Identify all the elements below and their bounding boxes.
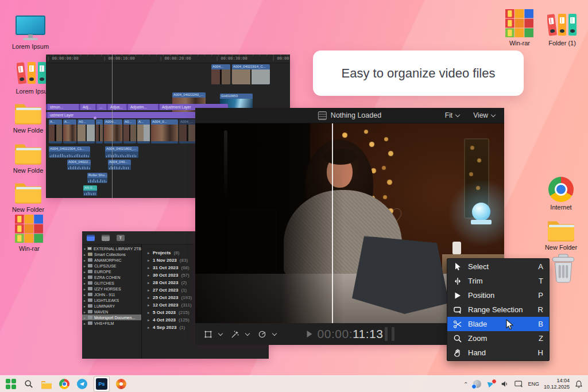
taskbar-search[interactable] [22, 378, 35, 390]
menu-item-trim[interactable]: Trim T [447, 274, 549, 288]
disclosure-arrow[interactable]: ▸ [84, 287, 88, 291]
menu-item-select[interactable]: Select A [447, 259, 549, 274]
menu-item-range-selection[interactable]: Range Selection R [447, 302, 549, 317]
playhead[interactable] [112, 55, 113, 198]
desktop-icon-new-folder-2[interactable]: New Folde [9, 137, 47, 174]
disclosure-arrow[interactable]: ▸ [84, 275, 88, 280]
disclosure-arrow[interactable]: ▸ [84, 264, 88, 268]
play-icon[interactable] [307, 331, 312, 337]
disclosure-arrow[interactable]: ▸ [148, 251, 153, 255]
library-item[interactable]: ▾ EXTERNAL LIBRARY 2TB [82, 246, 141, 251]
start-button[interactable] [5, 378, 17, 390]
timeline-clip[interactable]: A004_040... [108, 160, 131, 170]
adjustment-layer-clip[interactable]: stmon... [46, 104, 82, 110]
timeline-clip[interactable]: ... [96, 119, 103, 143]
language-indicator[interactable]: ENG [528, 381, 539, 387]
timeline-clip[interactable]: Roller Shu... [87, 173, 107, 183]
disclosure-arrow[interactable]: ▸ [148, 288, 153, 293]
fit-dropdown[interactable]: Fit [445, 111, 459, 119]
timeline-ruler[interactable]: 00:00:00:0000:00:10:0000:00:20:0000:00:3… [46, 55, 290, 63]
transform-tool[interactable] [203, 329, 222, 339]
timeline-clip[interactable]: AN 0... [83, 185, 97, 196]
library-item[interactable]: ▸ EUROPE [82, 269, 141, 274]
desktop-icon-new-folder-1[interactable]: New Folde [9, 96, 47, 134]
tray-expand-chevron[interactable]: ⌃ [463, 381, 468, 387]
enhance-tool[interactable] [230, 329, 249, 339]
tray-sync-icon[interactable] [473, 379, 482, 389]
titles-icon[interactable]: T [117, 235, 125, 241]
disclosure-arrow[interactable]: ▸ [148, 303, 153, 308]
disclosure-arrow[interactable]: ▸ [148, 311, 153, 315]
photos-icon[interactable] [102, 235, 110, 241]
taskbar-red-app[interactable] [115, 378, 127, 390]
library-item[interactable]: ▸ MAVEN [82, 309, 141, 315]
library-item[interactable]: ▸ IZZY HORSES [82, 286, 141, 292]
desktop-icon-lorem-ipsu[interactable]: Lorem Ipsu [13, 57, 51, 95]
desktop-icon-folder-1[interactable]: Folder (1) [543, 9, 581, 46]
desktop-icon-winrar[interactable]: Win-rar [10, 215, 48, 252]
disclosure-arrow[interactable]: ▸ [84, 281, 88, 285]
timeline-clip[interactable]: A004_04022304_C1... [49, 146, 90, 158]
taskbar-file-explorer[interactable] [40, 378, 53, 390]
timeline-clip[interactable]: A0... [78, 119, 95, 143]
timeline-clip[interactable]: A004_... [179, 119, 196, 143]
touch-display-icon[interactable] [514, 379, 523, 389]
disclosure-arrow[interactable]: ▸ [84, 293, 88, 297]
desktop-icon-lorem-ipsum[interactable]: Lorem Ipsum [11, 13, 49, 50]
disclosure-arrow[interactable]: ▸ [148, 258, 153, 263]
disclosure-arrow[interactable]: ▸ [84, 258, 88, 262]
library-item[interactable]: ▸ ANAMORPHIC [82, 257, 141, 263]
desktop-icon-winrar-top[interactable]: Win-rar [501, 9, 539, 46]
disclosure-arrow[interactable]: ▸ [148, 281, 153, 285]
desktop-icon-new-folder-right[interactable]: New Folder [542, 214, 580, 251]
library-item[interactable]: ▸ CLIPS2USE [82, 263, 141, 269]
disclosure-arrow[interactable]: ▸ [84, 304, 88, 308]
adjustment-layer-clip[interactable]: Adjustm... [126, 104, 161, 110]
timeline-clip[interactable]: A004... [211, 64, 230, 84]
taskbar-photoshop[interactable]: Ps [94, 376, 110, 392]
timeline-clip[interactable]: A004_04021914_C... [232, 64, 270, 84]
library-item[interactable]: ▸ GLITCHES [82, 280, 141, 286]
timeline-clip[interactable]: A004_0... [151, 119, 178, 143]
library-item[interactable]: ▸ LIGHTLEAKS [82, 297, 141, 303]
timeline-clip[interactable]: A... [63, 119, 76, 143]
disclosure-arrow[interactable]: ▸ [84, 270, 88, 274]
taskbar-chrome[interactable] [58, 378, 71, 390]
library-item[interactable]: ▸ JOHN - 911 [82, 292, 141, 297]
retime-tool[interactable] [257, 329, 276, 339]
disclosure-arrow[interactable]: ▸ [84, 253, 88, 257]
timeline-clip[interactable]: A004_04022... [67, 160, 91, 170]
notifications-bell[interactable] [574, 379, 583, 389]
timeline-clip[interactable]: A... [137, 119, 150, 143]
tray-telegram-icon[interactable] [486, 379, 496, 389]
timeline-clip[interactable]: A004... [104, 119, 122, 143]
timecode-display[interactable]: 00:00:11:13 [307, 323, 384, 345]
taskbar-clock[interactable]: 14:04 10.12.2025 [544, 378, 570, 390]
clapperboard-icon[interactable] [87, 235, 95, 241]
adjustment-layer-clip[interactable]: Adjus... [106, 104, 129, 110]
view-dropdown[interactable]: View [473, 111, 495, 119]
disclosure-arrow[interactable]: ▸ [84, 316, 88, 320]
disclosure-arrow[interactable]: ▸ [84, 298, 88, 302]
disclosure-arrow[interactable]: ▾ [84, 247, 87, 251]
timeline-clip[interactable]: A... [49, 119, 62, 143]
disclosure-arrow[interactable]: ▸ [148, 266, 153, 270]
recycle-bin-icon[interactable] [544, 255, 582, 284]
pause-bars-icon[interactable] [385, 327, 394, 341]
disclosure-arrow[interactable]: ▸ [148, 318, 153, 323]
compare-divider-line[interactable] [332, 123, 333, 323]
timeline-clip[interactable]: A0... [123, 119, 136, 143]
disclosure-arrow[interactable]: ▸ [148, 273, 153, 278]
disclosure-arrow[interactable]: ▸ [84, 321, 88, 325]
menu-item-zoom[interactable]: Zoom Z [447, 331, 549, 346]
taskbar-telegram[interactable] [76, 378, 88, 390]
menu-item-blade[interactable]: Blade B [447, 317, 549, 331]
library-item[interactable]: ▸ Motorsport Documen... [82, 315, 141, 320]
library-item[interactable]: ▸ VHS+FILM [82, 320, 141, 326]
library-item[interactable]: ▸ Smart Collections [82, 251, 141, 257]
desktop-icon-internet[interactable]: Internet [542, 173, 580, 211]
timeline-clip[interactable]: A004_04021802_... [105, 146, 138, 158]
disclosure-arrow[interactable]: ▸ [148, 325, 153, 330]
disclosure-arrow[interactable]: ▸ [84, 310, 88, 314]
menu-item-position[interactable]: Position P [447, 288, 549, 302]
